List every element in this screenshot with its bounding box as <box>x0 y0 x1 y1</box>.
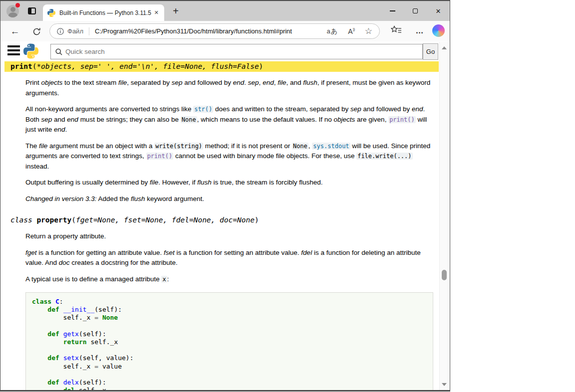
back-button[interactable]: ← <box>9 25 21 37</box>
text-segment: ) <box>259 62 264 70</box>
title-bar: Built-in Functions — Python 3.11.5 ✕ + ✕ <box>0 1 450 21</box>
refresh-button[interactable] <box>30 25 42 37</box>
search-input[interactable] <box>65 48 422 55</box>
text-segment[interactable]: str() <box>193 106 213 113</box>
copilot-icon[interactable] <box>432 24 445 37</box>
url-text[interactable]: C:/Program%20Files/Python311/Doc/html/li… <box>95 27 324 35</box>
text-segment: method; if it is not present or <box>203 142 292 150</box>
scroll-down-icon[interactable] <box>440 380 449 389</box>
code-token: = <box>94 314 98 321</box>
code-line <box>32 346 427 354</box>
doc-paragraph: Output buffering is usually determined b… <box>25 178 431 188</box>
scrollbar-thumb[interactable] <box>442 270 447 280</box>
code-token <box>32 387 63 392</box>
text-segment: to the text stream <box>62 79 118 86</box>
text-segment: ) <box>255 216 259 224</box>
new-tab-button[interactable]: + <box>169 4 182 17</box>
code-line: del self._x <box>32 387 427 392</box>
text-segment: argument must be an object with a <box>47 142 154 150</box>
page-scrollbar[interactable] <box>439 42 448 390</box>
code-token: delx <box>63 379 79 386</box>
python-logo[interactable] <box>23 43 38 61</box>
code-token: C <box>55 298 59 305</box>
text-segment: class <box>10 216 36 224</box>
text-segment: doc <box>59 259 70 266</box>
favorites-list-icon[interactable] <box>391 25 402 37</box>
code-token: del <box>63 387 75 392</box>
minimize-icon <box>390 10 395 11</box>
text-segment: does and written to the stream, separate… <box>213 105 350 113</box>
text-segment: file <box>278 79 286 86</box>
browser-window: Built-in Functions — Python 3.11.5 ✕ + ✕… <box>0 0 450 392</box>
address-divider <box>89 27 89 35</box>
text-segment: Added the <box>97 195 131 202</box>
go-button[interactable]: Go <box>423 43 438 60</box>
text-segment: file <box>118 79 127 86</box>
minimize-button[interactable] <box>381 1 404 21</box>
print-description: Print objects to the text stream file, s… <box>25 78 431 204</box>
python-favicon <box>47 9 55 17</box>
browser-tab[interactable]: Built-in Functions — Python 3.11.5 ✕ <box>43 4 164 21</box>
text-segment: and followed by <box>361 105 412 113</box>
favorite-star-icon[interactable]: ☆ <box>365 26 372 36</box>
code-line: self._x = value <box>32 363 427 371</box>
print-signature[interactable]: print(*objects, sep=' ', end='\n', file=… <box>4 61 439 72</box>
menu-hamburger-icon[interactable] <box>7 45 20 57</box>
translate-icon[interactable]: aあ <box>327 27 338 36</box>
info-icon[interactable] <box>57 28 64 35</box>
close-button[interactable]: ✕ <box>427 1 450 21</box>
code-token: = <box>94 363 98 370</box>
text-segment: . <box>65 126 67 133</box>
code-token: (self): <box>79 330 106 338</box>
code-line <box>32 371 427 379</box>
text-segment: end <box>412 105 423 113</box>
code-token <box>59 306 63 313</box>
text-segment: objects <box>41 79 63 86</box>
search-icon <box>55 48 62 55</box>
text-segment: end <box>67 116 78 123</box>
doc-paragraph: The file argument must be an object with… <box>25 141 431 172</box>
text-segment: sep <box>350 105 361 113</box>
scroll-up-icon[interactable] <box>440 43 449 52</box>
code-token: getx <box>63 330 79 338</box>
doc-paragraph: Print objects to the text stream file, s… <box>25 78 431 98</box>
window-controls: ✕ <box>381 1 450 21</box>
text-segment[interactable]: print() <box>146 153 174 160</box>
settings-more-icon[interactable]: … <box>413 23 427 39</box>
address-bar[interactable]: Файл C:/Program%20Files/Python311/Doc/ht… <box>49 23 380 39</box>
quick-search-box <box>50 44 423 59</box>
text-segment: All non-keyword arguments are converted … <box>25 105 193 113</box>
code-token: : <box>59 298 63 305</box>
text-segment: fdel <box>301 249 312 256</box>
text-segment: None <box>292 143 308 150</box>
text-segment: creates a docstring for the attribute. <box>70 259 178 266</box>
doc-paragraph: A typical use is to define a managed att… <box>25 274 431 285</box>
text-segment: and followed by <box>182 79 233 86</box>
text-segment: flush <box>197 179 212 186</box>
text-segment[interactable]: sys.stdout <box>312 143 350 150</box>
doc-paragraph: fget is a function for getting an attrib… <box>25 248 431 268</box>
page-content: Go print(*objects, sep=' ', end='\n', fi… <box>0 41 450 390</box>
maximize-button[interactable] <box>404 1 427 21</box>
tab-actions-icon[interactable] <box>28 7 36 14</box>
tab-close-icon[interactable]: ✕ <box>153 9 160 16</box>
text-segment: , separated by <box>127 79 171 86</box>
code-line: return self._x <box>32 338 427 346</box>
text-segment: and <box>52 116 67 123</box>
text-segment: *objects, sep=' ', end='\n', file=None, … <box>36 62 259 70</box>
code-token: class <box>32 298 51 305</box>
text-segment: , <box>259 79 263 86</box>
text-segment: fget=None, fset=None, fdel=None, doc=Non… <box>76 216 255 224</box>
code-token: None <box>102 314 118 321</box>
text-segment: is a function for setting an attribute v… <box>175 249 301 256</box>
read-aloud-icon[interactable]: A⟩⟩ <box>348 27 355 35</box>
property-signature[interactable]: class property(fget=None, fset=None, fde… <box>4 215 439 225</box>
code-token <box>59 330 63 338</box>
code-token: (self, value): <box>79 354 134 362</box>
text-segment[interactable]: print() <box>388 116 416 123</box>
text-segment: flush <box>131 195 145 202</box>
file-protocol-label: Файл <box>67 27 83 35</box>
code-token: (self): <box>94 306 122 313</box>
text-segment: : <box>167 275 169 283</box>
code-line: def __init__(self): <box>32 306 427 314</box>
